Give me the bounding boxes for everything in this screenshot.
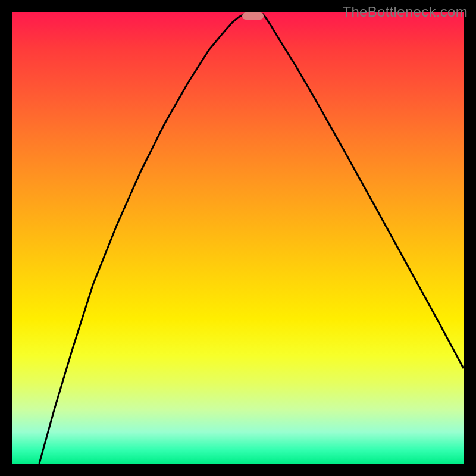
chart-frame: TheBottleneck.com [0, 0, 476, 476]
optimal-zone-marker [242, 12, 264, 20]
curve-right-branch [262, 14, 464, 368]
bottleneck-curve [12, 12, 464, 464]
watermark-text: TheBottleneck.com [342, 4, 468, 20]
curve-left-branch [39, 14, 245, 464]
plot-area [12, 12, 464, 464]
